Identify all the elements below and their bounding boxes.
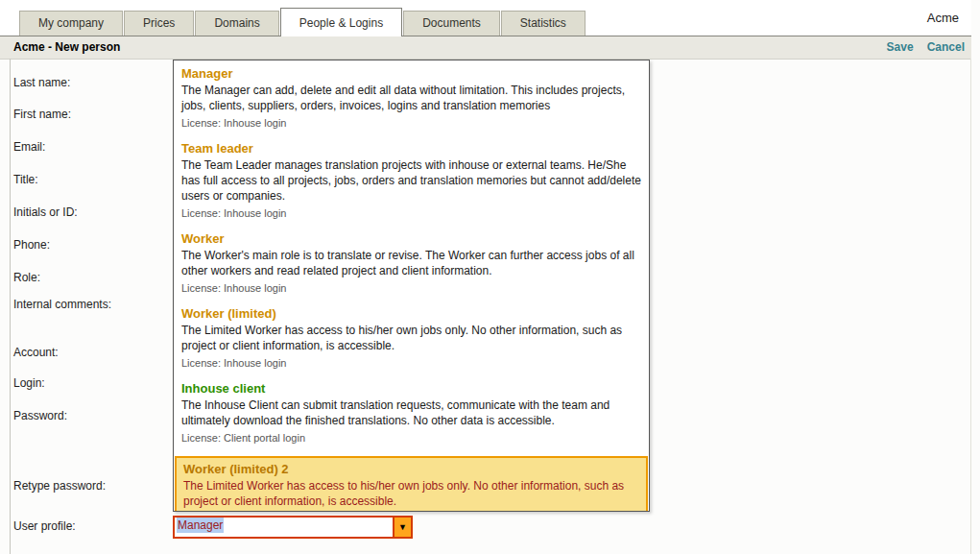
profile-option-description: The Limited Worker has access to his/her… — [183, 478, 639, 509]
profile-option-description: The Worker's main role is to translate o… — [181, 248, 641, 278]
field-label-account: Account: — [13, 346, 59, 359]
tab-my-company[interactable]: My company — [19, 11, 123, 36]
panel-left-border — [10, 59, 11, 554]
profile-option-title: Worker — [181, 231, 641, 246]
field-label-user-profile: User profile: — [13, 519, 76, 533]
profile-option-license: License: Inhouse login — [181, 207, 641, 220]
profile-option-title: Worker (limited) 2 — [183, 462, 639, 476]
profile-option-description: The Inhouse Client can submit translatio… — [181, 397, 641, 428]
tab-domains[interactable]: Domains — [195, 11, 278, 36]
tab-strip: My company Prices Domains People & Login… — [19, 8, 586, 36]
field-label-login: Login: — [13, 376, 45, 390]
field-label-email: Email: — [13, 140, 45, 154]
field-label-title: Title: — [13, 173, 38, 186]
profile-option-title: Manager — [181, 66, 641, 81]
tab-bar: My company Prices Domains People & Login… — [0, 0, 971, 36]
field-label-role: Role: — [13, 271, 40, 284]
tab-statistics[interactable]: Statistics — [501, 11, 586, 36]
user-profile-input[interactable]: Manager — [173, 516, 393, 539]
profile-option-license: License: Inhouse login — [181, 357, 641, 370]
account-name-label: Acme — [927, 11, 959, 25]
profile-option-description: The Limited Worker has access to his/her… — [181, 323, 641, 353]
page-title: Acme - New person — [13, 40, 120, 54]
field-label-internal-comments: Internal comments: — [13, 298, 111, 311]
panel-right-border — [970, 59, 971, 554]
app-window: My company Prices Domains People & Login… — [0, 0, 980, 554]
field-label-phone: Phone: — [13, 238, 50, 252]
selected-text: Manager — [177, 518, 224, 533]
field-label-last-name: Last name: — [13, 76, 70, 89]
dropdown-arrow-button[interactable]: ▼ — [393, 516, 413, 539]
cancel-button[interactable]: Cancel — [927, 40, 965, 54]
tab-prices[interactable]: Prices — [124, 11, 194, 36]
profile-option-license: License: Inhouse login — [181, 117, 641, 130]
profile-option-title: Worker (limited) — [181, 306, 641, 321]
tab-documents[interactable]: Documents — [403, 11, 500, 36]
tab-people-logins[interactable]: People & Logins — [280, 8, 402, 36]
profile-option-description: The Manager can add, delete and edit all… — [181, 83, 641, 113]
profile-option-manager[interactable]: Manager The Manager can add, delete and … — [181, 66, 641, 130]
profile-option-license: License: Inhouse login — [181, 282, 641, 295]
profile-option-inhouse-client[interactable]: Inhouse client The Inhouse Client can su… — [181, 381, 641, 445]
field-label-password: Password: — [13, 409, 67, 422]
save-button[interactable]: Save — [887, 40, 914, 54]
field-label-first-name: First name: — [13, 108, 71, 121]
field-label-retype-password: Retype password: — [13, 479, 106, 493]
profile-option-title: Inhouse client — [181, 381, 641, 396]
profile-option-worker[interactable]: Worker The Worker's main role is to tran… — [181, 231, 641, 295]
profile-option-title: Team leader — [181, 141, 641, 156]
profile-option-team-leader[interactable]: Team leader The Team Leader manages tran… — [181, 141, 641, 220]
user-profile-combobox: Manager ▼ — [173, 516, 413, 539]
chevron-down-icon: ▼ — [398, 523, 407, 532]
user-profile-dropdown-list: Manager The Manager can add, delete and … — [173, 60, 650, 512]
field-label-initials-or-id: Initials or ID: — [13, 205, 78, 219]
profile-option-description: The Team Leader manages translation proj… — [181, 157, 641, 204]
profile-option-license: License: Client portal login — [181, 432, 641, 445]
page-header-bar: Acme - New person Save Cancel — [0, 36, 971, 60]
profile-option-worker-limited-2[interactable]: Worker (limited) 2 The Limited Worker ha… — [175, 456, 648, 512]
profile-option-worker-limited[interactable]: Worker (limited) The Limited Worker has … — [181, 306, 641, 370]
header-actions: Save Cancel — [887, 40, 965, 54]
